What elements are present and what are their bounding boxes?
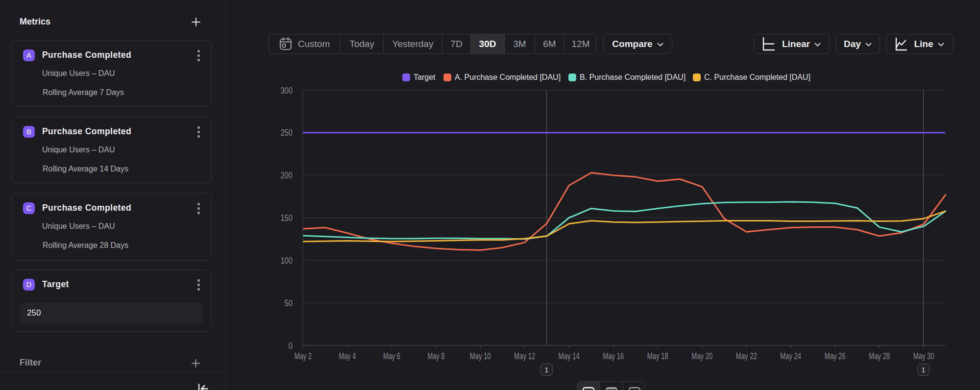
svg-text:May 18: May 18 [647,351,668,361]
svg-text:May 24: May 24 [780,351,801,361]
svg-text:May 8: May 8 [428,351,445,361]
svg-text:0: 0 [289,341,293,351]
svg-text:May 10: May 10 [470,351,491,361]
svg-text:May 2: May 2 [294,351,312,361]
svg-text:May 14: May 14 [559,351,580,361]
svg-text:50: 50 [285,298,293,308]
svg-text:May 4: May 4 [339,351,356,361]
svg-text:250: 250 [280,127,293,138]
svg-text:May 6: May 6 [383,351,400,361]
svg-text:May 22: May 22 [736,351,757,361]
svg-text:May 12: May 12 [514,351,535,361]
svg-text:May 20: May 20 [691,351,712,361]
svg-text:May 26: May 26 [825,351,846,361]
svg-text:150: 150 [280,213,293,223]
svg-text:May 30: May 30 [913,351,934,361]
svg-text:100: 100 [280,255,293,266]
svg-text:May 16: May 16 [603,351,624,361]
svg-text:May 28: May 28 [869,351,890,361]
svg-text:200: 200 [280,170,293,180]
svg-text:300: 300 [280,85,293,96]
